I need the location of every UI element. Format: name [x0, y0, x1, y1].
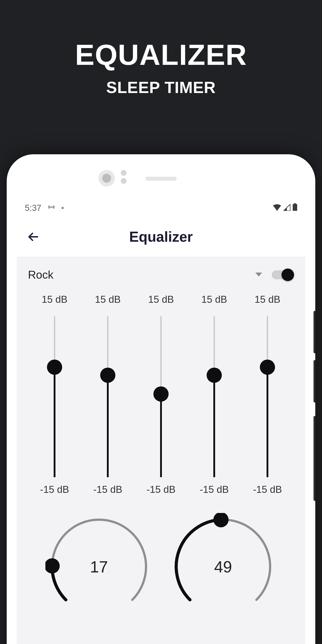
preset-selected-label: Rock: [28, 268, 54, 281]
preset-row: Rock: [28, 262, 294, 287]
eq-band-slider[interactable]: [144, 316, 178, 477]
phone-screen: 5:37: [17, 199, 305, 644]
slider-track-lower: [160, 394, 162, 477]
slider-track-lower: [107, 375, 109, 477]
camera-icon: [98, 170, 115, 186]
band-bottom-db-label: -15 dB: [91, 484, 124, 495]
sensor-dots-icon: [121, 170, 128, 184]
slider-thumb[interactable]: [260, 360, 275, 375]
phone-frame: 5:37: [7, 154, 315, 644]
speaker-slot-icon: [145, 177, 177, 181]
slider-track-lower: [54, 367, 56, 477]
slider-thumb[interactable]: [100, 368, 116, 383]
band-bottom-db-label: -15 dB: [198, 484, 231, 495]
battery-icon: [293, 203, 297, 213]
bottom-db-row: -15 dB -15 dB -15 dB -15 dB -15 dB: [28, 484, 294, 495]
slider-thumb[interactable]: [47, 360, 62, 375]
cell-icon: [283, 203, 290, 213]
svg-rect-2: [294, 203, 296, 204]
dial-thumb[interactable]: [213, 513, 228, 527]
equalizer-toggle[interactable]: [272, 268, 294, 281]
slider-track-upper: [107, 316, 108, 375]
eq-band-slider[interactable]: [38, 316, 71, 477]
arrow-left-icon: [28, 231, 40, 243]
band-bottom-db-label: -15 dB: [144, 484, 178, 495]
eq-band-slider[interactable]: [198, 316, 231, 477]
promo-subtitle: SLEEP TIMER: [0, 78, 322, 96]
dial-right[interactable]: 49: [170, 513, 277, 611]
preset-dropdown[interactable]: Rock: [28, 268, 54, 281]
slider-thumb[interactable]: [154, 386, 168, 402]
svg-point-0: [51, 206, 52, 208]
status-dot-icon: [62, 207, 64, 209]
dial-left[interactable]: 17: [46, 513, 153, 611]
band-bottom-db-label: -15 dB: [38, 484, 71, 495]
dial-value-label: 17: [46, 558, 153, 576]
eq-band-slider[interactable]: [91, 316, 124, 477]
slider-track-upper: [214, 316, 215, 375]
slider-track-upper: [160, 316, 162, 394]
band-top-db-label: 15 dB: [91, 294, 124, 305]
band-bottom-db-label: -15 dB: [251, 484, 284, 495]
band-top-db-label: 15 dB: [38, 294, 71, 305]
eq-sliders: [28, 316, 294, 477]
toggle-thumb: [282, 268, 294, 281]
band-top-db-label: 15 dB: [144, 294, 178, 305]
slider-track-lower: [266, 367, 268, 477]
phone-hardware-top: [7, 154, 315, 183]
device-side-button: [314, 416, 315, 501]
band-top-db-label: 15 dB: [198, 294, 231, 305]
top-db-row: 15 dB 15 dB 15 dB 15 dB 15 dB: [28, 294, 294, 305]
wifi-icon: [273, 203, 281, 213]
equalizer-content: Rock 15 dB 15 dB 15 dB 15 dB 15 dB: [17, 257, 305, 611]
band-top-db-label: 15 dB: [251, 294, 284, 305]
broadcast-icon: [48, 203, 55, 213]
chevron-down-icon[interactable]: [255, 271, 263, 279]
status-time: 5:37: [25, 203, 41, 213]
slider-track-lower: [213, 375, 215, 477]
dial-value-label: 49: [170, 558, 277, 576]
slider-thumb[interactable]: [206, 368, 222, 383]
app-header: Equalizer: [17, 217, 305, 257]
eq-band-slider[interactable]: [251, 316, 284, 477]
header-title: Equalizer: [17, 228, 305, 245]
status-bar: 5:37: [17, 199, 305, 217]
device-side-button: [314, 311, 315, 353]
promo-title: EQUALIZER: [0, 40, 322, 69]
dial-row: 17 49: [28, 513, 294, 611]
svg-rect-1: [293, 204, 297, 211]
back-button[interactable]: [26, 229, 41, 245]
device-side-button: [314, 360, 315, 402]
